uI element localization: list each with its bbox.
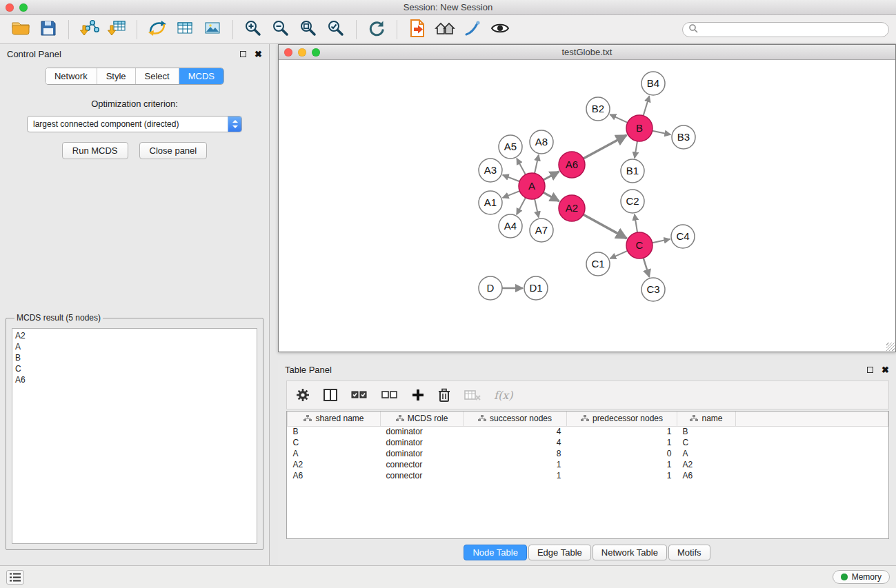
zoom-window-button[interactable]: [19, 3, 28, 12]
apply-layout-button[interactable]: [363, 18, 390, 41]
graph-node-B[interactable]: [626, 115, 653, 141]
table-row[interactable]: A2connector11A2: [288, 459, 888, 470]
show-hide-details-button[interactable]: [486, 18, 514, 41]
table-cell[interactable]: 4: [464, 437, 567, 448]
close-network-window-button[interactable]: [284, 48, 292, 57]
mcds-result-item[interactable]: A2: [15, 330, 254, 341]
graph-node-B2[interactable]: [586, 97, 610, 121]
apply-style-button[interactable]: [459, 18, 486, 41]
graph-edge-C-C1[interactable]: [610, 251, 627, 258]
table-cell[interactable]: 1: [567, 470, 677, 481]
table-cell[interactable]: A: [677, 448, 736, 459]
graph-node-C3[interactable]: [641, 278, 665, 301]
tab-network-table[interactable]: Network Table: [593, 545, 667, 560]
float-panel-icon[interactable]: [240, 51, 246, 57]
tab-mcds[interactable]: MCDS: [179, 68, 223, 84]
zoom-in-button[interactable]: [239, 18, 267, 41]
graph-edge-C-C3[interactable]: [644, 258, 650, 277]
zoom-fit-button[interactable]: [295, 18, 322, 41]
close-panel-icon[interactable]: ✖: [255, 50, 262, 59]
new-network-button[interactable]: [143, 18, 171, 41]
graph-node-D1[interactable]: [524, 276, 548, 300]
table-cell[interactable]: 1: [567, 437, 677, 448]
search-field[interactable]: [682, 22, 889, 37]
table-cell[interactable]: dominator: [381, 437, 464, 448]
zoom-network-window-button[interactable]: [312, 48, 320, 57]
function-builder-button[interactable]: f(x): [494, 389, 512, 402]
tab-node-table[interactable]: Node Table: [464, 545, 527, 560]
graph-edge-A-A7[interactable]: [535, 199, 539, 218]
table-cell[interactable]: A2: [288, 459, 381, 470]
add-column-button[interactable]: [411, 388, 425, 402]
export-image-button[interactable]: [199, 18, 226, 41]
show-columns-button[interactable]: [323, 388, 338, 402]
table-row[interactable]: Adominator80A: [288, 448, 888, 459]
graph-edge-A6-B[interactable]: [584, 135, 627, 159]
table-cell[interactable]: 8: [464, 448, 567, 459]
graph-node-C4[interactable]: [671, 225, 695, 248]
tab-edge-table[interactable]: Edge Table: [528, 545, 591, 560]
close-table-panel-icon[interactable]: ✖: [882, 365, 889, 374]
mcds-result-item[interactable]: B: [15, 352, 254, 363]
graph-node-A3[interactable]: [479, 159, 502, 182]
graph-edge-B-B4[interactable]: [644, 96, 650, 116]
column-header-successor-nodes[interactable]: successor nodes: [464, 412, 567, 426]
mcds-result-item[interactable]: A6: [15, 374, 254, 385]
graph-node-A[interactable]: [519, 173, 545, 199]
deselect-all-rows-button[interactable]: [381, 388, 399, 402]
graph-node-C1[interactable]: [586, 252, 610, 276]
table-row[interactable]: Cdominator41C: [288, 437, 888, 448]
zoom-out-button[interactable]: [267, 18, 295, 41]
resize-handle[interactable]: [886, 343, 895, 351]
graph-edge-A-A5[interactable]: [517, 159, 526, 175]
mcds-result-item[interactable]: C: [15, 363, 254, 374]
show-network-overview-button[interactable]: [431, 18, 459, 41]
mcds-result-item[interactable]: A: [15, 341, 254, 352]
task-history-button[interactable]: [6, 570, 24, 585]
table-cell[interactable]: 0: [567, 448, 677, 459]
open-recent-session-button[interactable]: [404, 18, 431, 41]
column-header-shared-name[interactable]: shared name: [288, 412, 381, 426]
table-cell[interactable]: 1: [464, 459, 567, 470]
minimize-network-window-button[interactable]: [298, 48, 306, 57]
close-panel-button[interactable]: Close panel: [139, 142, 208, 159]
tab-style[interactable]: Style: [97, 68, 135, 84]
network-graph[interactable]: B4B2BB3A5A8A6B1A3AC2A1A2A4A7C4CC1C3DD1: [279, 60, 895, 352]
table-cell[interactable]: A2: [677, 459, 736, 470]
new-table-button[interactable]: [171, 18, 199, 41]
graph-node-B3[interactable]: [672, 125, 695, 149]
graph-node-A1[interactable]: [479, 191, 502, 214]
column-header-mcds-role[interactable]: MCDS role: [381, 412, 464, 426]
graph-edge-B-B3[interactable]: [653, 131, 671, 134]
save-session-button[interactable]: [34, 18, 62, 41]
graph-node-B4[interactable]: [641, 72, 665, 95]
table-cell[interactable]: A: [288, 448, 381, 459]
graph-edge-C-C2[interactable]: [635, 214, 637, 232]
graph-node-B1[interactable]: [621, 159, 644, 183]
table-cell[interactable]: B: [677, 426, 736, 437]
graph-node-A4[interactable]: [499, 214, 522, 238]
graph-edge-A-A8[interactable]: [535, 155, 539, 174]
graph-node-C[interactable]: [626, 232, 653, 258]
graph-node-D[interactable]: [479, 276, 502, 300]
optimization-criterion-select[interactable]: largest connected component (directed): [27, 116, 242, 132]
table-settings-button[interactable]: [295, 387, 310, 403]
select-all-rows-button[interactable]: [350, 388, 368, 402]
graph-node-A5[interactable]: [499, 135, 522, 159]
graph-node-C2[interactable]: [621, 190, 644, 213]
open-session-button[interactable]: [7, 18, 34, 41]
column-header-name[interactable]: name: [677, 412, 736, 426]
table-cell[interactable]: A6: [288, 470, 381, 481]
table-cell[interactable]: dominator: [381, 426, 464, 437]
graph-edge-A-A2[interactable]: [544, 192, 559, 201]
import-network-button[interactable]: [75, 18, 103, 41]
search-input[interactable]: [701, 25, 883, 34]
zoom-selected-button[interactable]: [322, 18, 350, 41]
table-cell[interactable]: 4: [464, 426, 567, 437]
tab-motifs[interactable]: Motifs: [668, 545, 710, 560]
float-table-panel-icon[interactable]: [867, 367, 873, 373]
delete-table-button[interactable]: [464, 388, 481, 402]
table-cell[interactable]: B: [288, 426, 381, 437]
graph-edge-A-A1[interactable]: [503, 191, 520, 198]
tab-select[interactable]: Select: [135, 68, 179, 84]
